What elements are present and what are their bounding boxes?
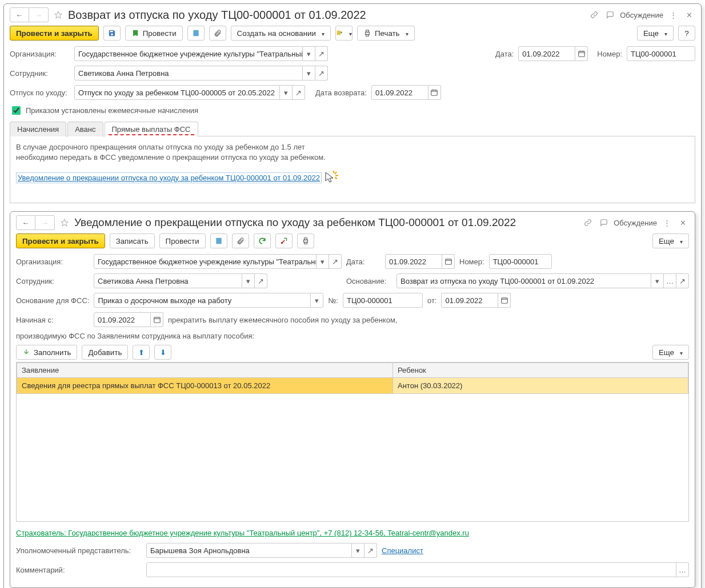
link-icon[interactable] bbox=[588, 9, 600, 21]
produced-text: производимую ФСС по Заявлениям сотрудник… bbox=[16, 332, 254, 340]
nav-fwd-button[interactable]: → bbox=[35, 215, 55, 230]
move-up-button[interactable]: ⬆ bbox=[133, 345, 150, 360]
emp-input[interactable]: Светикова Анна Петровна bbox=[94, 273, 242, 288]
chat-icon[interactable] bbox=[604, 9, 616, 21]
cell-application[interactable]: Сведения для реестра прямых выплат ФСС Т… bbox=[17, 378, 393, 394]
close-icon[interactable]: ✕ bbox=[676, 216, 689, 229]
basis-fss-input[interactable]: Приказ о досрочном выходе на работу bbox=[94, 293, 311, 308]
reset-button[interactable] bbox=[275, 233, 293, 248]
nav-fwd-button[interactable]: → bbox=[29, 7, 49, 22]
ellipsis-icon[interactable]: … bbox=[664, 273, 676, 288]
no-input[interactable]: ТЦ00-000001 bbox=[343, 293, 423, 308]
emp-input[interactable]: Светикова Анна Петровна bbox=[74, 66, 303, 80]
ellipsis-icon[interactable]: … bbox=[676, 562, 689, 577]
dropdown-icon[interactable]: ▾ bbox=[651, 273, 664, 288]
date-input[interactable]: 01.09.2022 bbox=[385, 254, 442, 269]
starting-input[interactable]: 01.09.2022 bbox=[94, 312, 151, 327]
chat-icon[interactable] bbox=[598, 216, 610, 229]
post-close-button[interactable]: Провести и закрыть bbox=[10, 26, 99, 41]
report-button[interactable] bbox=[210, 233, 227, 248]
report-button[interactable] bbox=[187, 26, 205, 41]
dropdown-icon[interactable]: ▾ bbox=[303, 66, 315, 80]
calendar-icon[interactable] bbox=[498, 293, 511, 308]
return-date-input[interactable]: 01.09.2022 bbox=[371, 85, 428, 100]
number-label: Номер: bbox=[459, 257, 484, 266]
number-input[interactable]: ТЦ00-000001 bbox=[627, 46, 695, 61]
kebab-icon[interactable]: ⋮ bbox=[667, 9, 679, 21]
discussion-label[interactable]: Обсуждение bbox=[614, 219, 657, 227]
col-application[interactable]: Заявление bbox=[17, 363, 393, 378]
nav-back-button[interactable]: ← bbox=[16, 215, 35, 230]
tab-fss-direct[interactable]: Прямые выплаты ФСС bbox=[105, 122, 198, 136]
number-label: Номер: bbox=[597, 50, 622, 58]
tab-advance[interactable]: Аванс bbox=[67, 122, 103, 136]
dropdown-icon[interactable]: ▾ bbox=[242, 273, 255, 288]
close-icon[interactable]: ✕ bbox=[683, 9, 695, 21]
add-button[interactable]: Добавить bbox=[82, 345, 128, 360]
attach-button[interactable] bbox=[232, 233, 249, 248]
print-button[interactable] bbox=[297, 233, 314, 248]
fill-button[interactable]: Заполнить bbox=[16, 345, 77, 360]
monthly-checkbox[interactable]: Приказом установлены ежемесячные начисле… bbox=[10, 104, 198, 116]
tab-accruals[interactable]: Начисления bbox=[10, 122, 66, 136]
dropdown-icon[interactable]: ▾ bbox=[352, 543, 364, 558]
post-button[interactable]: Провести bbox=[159, 233, 206, 248]
save-button[interactable] bbox=[103, 26, 121, 41]
svg-rect-20 bbox=[154, 317, 160, 323]
repr-input[interactable]: Барышева Зоя Арнольдовна bbox=[146, 543, 352, 558]
notification-link[interactable]: Уведомление о прекращении отпуска по ухо… bbox=[16, 172, 322, 183]
dropdown-icon[interactable]: ▾ bbox=[303, 46, 315, 61]
table-row[interactable]: Сведения для реестра прямых выплат ФСС Т… bbox=[17, 378, 688, 394]
date-input[interactable]: 01.09.2022 bbox=[518, 46, 575, 61]
more-button[interactable]: Еще bbox=[637, 26, 674, 41]
calendar-icon[interactable] bbox=[442, 254, 455, 269]
refresh-button[interactable] bbox=[254, 233, 271, 248]
link-icon[interactable] bbox=[582, 216, 594, 229]
basis-input[interactable]: Возврат из отпуска по уходу ТЦ00-000001 … bbox=[396, 273, 651, 288]
calendar-icon[interactable] bbox=[575, 46, 588, 61]
calendar-icon[interactable] bbox=[428, 85, 441, 100]
org-input[interactable]: Государственное бюджетное учреждение кул… bbox=[94, 254, 317, 269]
open-icon[interactable]: ↗ bbox=[315, 66, 328, 80]
create-based-button[interactable]: Создать на основании bbox=[231, 26, 331, 41]
more-button[interactable]: Еще bbox=[652, 233, 689, 248]
from-input[interactable]: 01.09.2022 bbox=[441, 293, 498, 308]
leave-input[interactable]: Отпуск по уходу за ребенком ТЦ00-000005 … bbox=[74, 85, 280, 100]
dropdown-icon[interactable]: ▾ bbox=[311, 293, 323, 308]
tab-fss-pane: В случае досрочного прекращения оплаты о… bbox=[10, 136, 695, 203]
org-input[interactable]: Государственное бюджетное учреждение кул… bbox=[74, 46, 303, 61]
emp-label: Сотрудник: bbox=[16, 277, 89, 285]
attach-button[interactable] bbox=[209, 26, 226, 41]
specialist-link[interactable]: Специалист bbox=[382, 546, 423, 555]
help-button[interactable]: ? bbox=[678, 26, 695, 41]
star-icon[interactable] bbox=[58, 216, 71, 229]
open-icon[interactable]: ↗ bbox=[255, 273, 267, 288]
svg-rect-6 bbox=[579, 51, 585, 57]
kebab-icon[interactable]: ⋮ bbox=[660, 216, 673, 229]
monthly-checkbox-input[interactable] bbox=[12, 106, 21, 115]
calendar-icon[interactable] bbox=[151, 312, 163, 327]
open-icon[interactable]: ↗ bbox=[329, 254, 342, 269]
export-button[interactable] bbox=[335, 26, 352, 41]
number-input[interactable]: ТЦ00-000001 bbox=[489, 254, 552, 269]
open-icon[interactable]: ↗ bbox=[315, 46, 328, 61]
nav-back-button[interactable]: ← bbox=[10, 7, 29, 22]
post-button[interactable]: Провести bbox=[125, 26, 183, 41]
save-button[interactable]: Записать bbox=[110, 233, 155, 248]
star-icon[interactable] bbox=[52, 9, 65, 21]
move-down-button[interactable]: ⬇ bbox=[154, 345, 171, 360]
open-icon[interactable]: ↗ bbox=[364, 543, 377, 558]
dropdown-icon[interactable]: ▾ bbox=[317, 254, 329, 269]
open-icon[interactable]: ↗ bbox=[293, 85, 305, 100]
col-child[interactable]: Ребенок bbox=[393, 363, 688, 378]
print-button[interactable]: Печать bbox=[357, 26, 415, 41]
post-close-button[interactable]: Провести и закрыть bbox=[16, 233, 105, 248]
insurer-link[interactable]: Страхователь: Государственное бюджетное … bbox=[16, 529, 469, 537]
cell-child[interactable]: Антон (30.03.2022) bbox=[393, 378, 688, 394]
discussion-label[interactable]: Обсуждение bbox=[620, 11, 663, 19]
more-button[interactable]: Еще bbox=[652, 345, 689, 360]
open-icon[interactable]: ↗ bbox=[676, 273, 689, 288]
comment-input[interactable] bbox=[146, 562, 676, 577]
dropdown-icon[interactable]: ▾ bbox=[280, 85, 293, 100]
date-label: Дата: bbox=[346, 257, 380, 266]
